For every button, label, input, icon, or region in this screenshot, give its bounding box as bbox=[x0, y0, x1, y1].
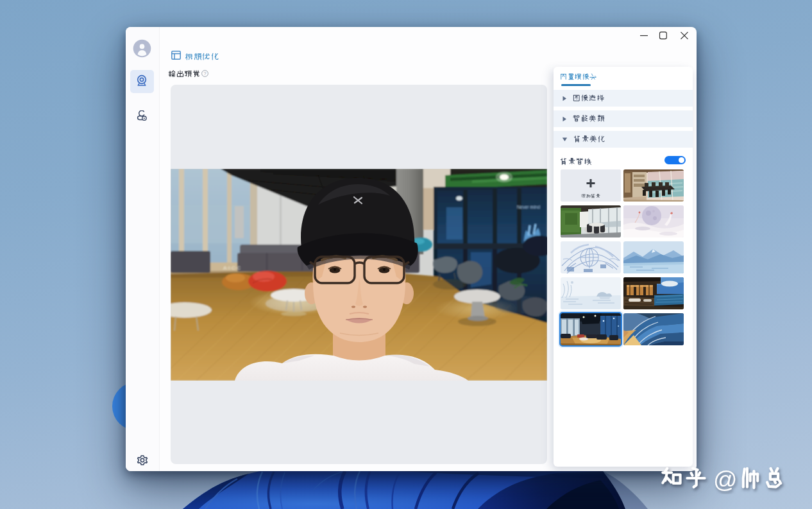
svg-text:?: ? bbox=[203, 71, 206, 76]
svg-text:Never mind: Never mind bbox=[517, 205, 540, 209]
svg-text:A·I·C·C: A·I·C·C bbox=[223, 265, 241, 271]
svg-text:@: @ bbox=[713, 467, 738, 493]
